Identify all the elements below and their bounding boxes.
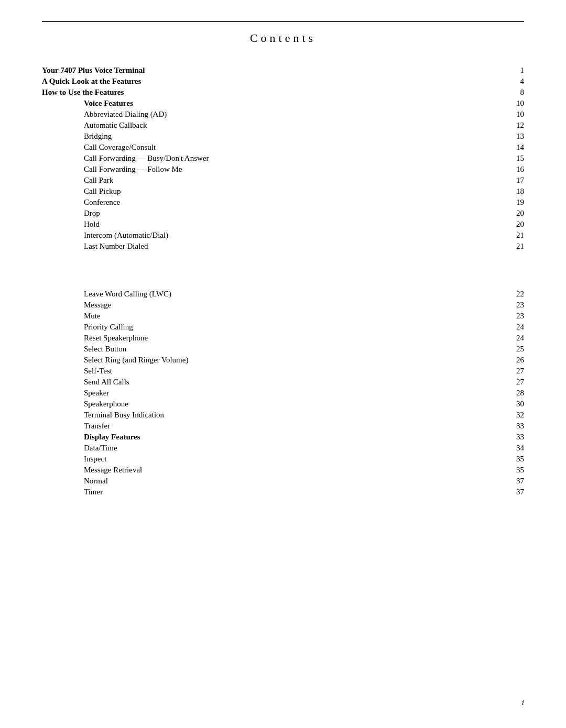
toc-row: How to Use the Features8 <box>42 88 524 97</box>
toc-row: Bridging13 <box>42 132 524 141</box>
toc-label: Self-Test <box>42 367 112 376</box>
toc-label: Call Coverage/Consult <box>42 143 156 152</box>
toc-row: Call Coverage/Consult14 <box>42 143 524 152</box>
toc-row: Select Button25 <box>42 345 524 354</box>
toc-label: Intercom (Automatic/Dial) <box>42 231 168 240</box>
toc-page-number: 37 <box>514 488 524 497</box>
toc-row: A Quick Look at the Features4 <box>42 77 524 86</box>
toc-page-number: 25 <box>514 345 524 354</box>
toc-container: Your 7407 Plus Voice Terminal1A Quick Lo… <box>42 66 524 497</box>
toc-row: Conference19 <box>42 198 524 207</box>
toc-label: Hold <box>42 220 100 229</box>
toc-row: Send All Calls27 <box>42 378 524 387</box>
toc-label: Reset Speakerphone <box>42 334 148 343</box>
toc-page-number: 27 <box>514 367 524 376</box>
toc-label: Message Retrieval <box>42 466 142 475</box>
toc-label: Transfer <box>42 422 110 431</box>
toc-row: Data/Time34 <box>42 444 524 453</box>
toc-page-number: 30 <box>514 400 524 409</box>
toc-row: Self-Test27 <box>42 367 524 376</box>
toc-label: A Quick Look at the Features <box>42 77 141 86</box>
toc-label: Last Number Dialed <box>42 242 148 251</box>
toc-label: Drop <box>42 209 100 218</box>
toc-page-number: 12 <box>514 121 524 130</box>
toc-label: Inspect <box>42 455 106 464</box>
toc-label: Bridging <box>42 132 112 141</box>
toc-row: Message Retrieval35 <box>42 466 524 475</box>
toc-row: Terminal Busy Indication32 <box>42 411 524 420</box>
toc-label: Call Park <box>42 176 113 185</box>
toc-page-number: 8 <box>514 88 524 97</box>
toc-row: Your 7407 Plus Voice Terminal1 <box>42 66 524 75</box>
toc-label: Select Ring (and Ringer Volume) <box>42 356 188 365</box>
toc-page-number: 35 <box>514 455 524 464</box>
toc-label: Terminal Busy Indication <box>42 411 164 420</box>
toc-page-number: 10 <box>514 99 524 108</box>
toc-label: Voice Features <box>42 99 133 108</box>
top-border <box>42 21 524 22</box>
toc-label: Call Forwarding — Busy/Don't Answer <box>42 154 209 163</box>
toc-page-number: 19 <box>514 198 524 207</box>
toc-row: Intercom (Automatic/Dial)21 <box>42 231 524 240</box>
toc-page-number: 22 <box>514 290 524 299</box>
toc-page-number: 15 <box>514 154 524 163</box>
toc-page-number: 27 <box>514 378 524 387</box>
toc-label: Abbreviated Dialing (AD) <box>42 110 167 119</box>
toc-row: Call Forwarding — Busy/Don't Answer15 <box>42 154 524 163</box>
toc-label: Data/Time <box>42 444 117 453</box>
toc-label: Send All Calls <box>42 378 129 387</box>
toc-page-number: 24 <box>514 323 524 332</box>
toc-row: Speakerphone30 <box>42 400 524 409</box>
toc-page-number: 28 <box>514 389 524 398</box>
toc-page-number: 10 <box>514 110 524 119</box>
toc-row: Timer37 <box>42 488 524 497</box>
toc-page-number: 14 <box>514 143 524 152</box>
toc-spacer <box>42 253 524 290</box>
toc-page-number: 18 <box>514 187 524 196</box>
toc-row: Priority Calling24 <box>42 323 524 332</box>
toc-row: Speaker28 <box>42 389 524 398</box>
toc-label: Automatic Callback <box>42 121 147 130</box>
toc-page-number: 32 <box>514 411 524 420</box>
toc-page-number: 26 <box>514 356 524 365</box>
page-title: Contents <box>42 31 524 45</box>
toc-page-number: 23 <box>514 301 524 310</box>
toc-page-number: 37 <box>514 477 524 486</box>
page-number: i <box>522 698 524 707</box>
toc-row: Inspect35 <box>42 455 524 464</box>
toc-page-number: 35 <box>514 466 524 475</box>
toc-row: Call Forwarding — Follow Me16 <box>42 165 524 174</box>
toc-label: Display Features <box>42 433 140 442</box>
toc-row: Call Park17 <box>42 176 524 185</box>
toc-row: Abbreviated Dialing (AD)10 <box>42 110 524 119</box>
toc-row: Message23 <box>42 301 524 310</box>
toc-page-number: 16 <box>514 165 524 174</box>
toc-page-number: 20 <box>514 220 524 229</box>
toc-label: Priority Calling <box>42 323 133 332</box>
toc-page-number: 33 <box>514 422 524 431</box>
toc-page-number: 21 <box>514 231 524 240</box>
toc-row: Call Pickup18 <box>42 187 524 196</box>
toc-page-number: 33 <box>514 433 524 442</box>
toc-label: Speakerphone <box>42 400 128 409</box>
toc-label: Timer <box>42 488 103 497</box>
toc-label: Speaker <box>42 389 109 398</box>
toc-page-number: 24 <box>514 334 524 343</box>
toc-label: Call Forwarding — Follow Me <box>42 165 182 174</box>
toc-label: Message <box>42 301 112 310</box>
toc-label: How to Use the Features <box>42 88 124 97</box>
toc-row: Drop20 <box>42 209 524 218</box>
toc-page-number: 17 <box>514 176 524 185</box>
toc-page-number: 23 <box>514 312 524 321</box>
toc-row: Automatic Callback12 <box>42 121 524 130</box>
toc-page-number: 21 <box>514 242 524 251</box>
toc-row: Display Features33 <box>42 433 524 442</box>
toc-page-number: 34 <box>514 444 524 453</box>
toc-row: Transfer33 <box>42 422 524 431</box>
toc-label: Select Button <box>42 345 126 354</box>
toc-page-number: 20 <box>514 209 524 218</box>
toc-page-number: 1 <box>514 66 524 75</box>
toc-row: Select Ring (and Ringer Volume)26 <box>42 356 524 365</box>
toc-row: Hold20 <box>42 220 524 229</box>
toc-label: Your 7407 Plus Voice Terminal <box>42 66 145 75</box>
